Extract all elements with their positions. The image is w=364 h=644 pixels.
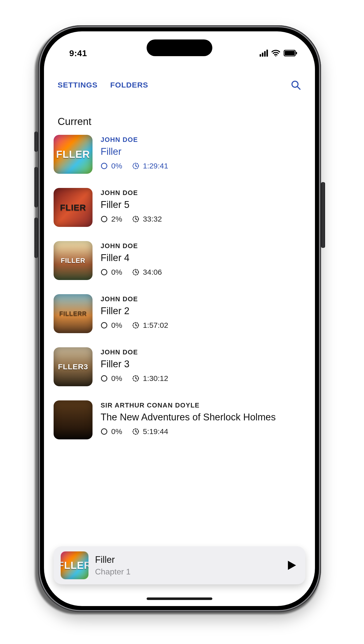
book-row[interactable]: FILLERJOHN DOEFiller 40%34:06 — [54, 241, 305, 280]
progress-stat: 2% — [101, 215, 122, 223]
wifi-icon — [271, 50, 280, 56]
book-meta: JOHN DOEFiller 20%1:57:02 — [101, 294, 168, 330]
now-playing-bar[interactable]: FLLER Filler Chapter 1 — [54, 546, 305, 584]
book-stats: 0%1:57:02 — [101, 321, 168, 330]
book-stats: 0%5:19:44 — [101, 427, 276, 436]
svg-line-5 — [298, 87, 300, 89]
duration-value: 1:29:41 — [143, 162, 168, 170]
now-playing-subtitle: Chapter 1 — [95, 567, 278, 576]
book-row[interactable]: FILLERRJOHN DOEFiller 20%1:57:02 — [54, 294, 305, 333]
book-meta: SIR ARTHUR CONAN DOYLEThe New Adventures… — [101, 400, 276, 436]
svg-point-6 — [101, 163, 107, 169]
duration-value: 1:30:12 — [143, 374, 168, 383]
progress-stat: 0% — [101, 162, 122, 170]
search-icon — [291, 80, 301, 90]
book-cover: FLIER — [54, 188, 93, 227]
book-meta: JOHN DOEFiller0%1:29:41 — [101, 135, 168, 170]
book-cover: FILLER — [54, 241, 93, 280]
mute-switch[interactable] — [34, 132, 38, 152]
section-title: Current — [44, 98, 315, 132]
svg-point-16 — [101, 429, 107, 434]
book-row[interactable]: FLLERJOHN DOEFiller0%1:29:41 — [54, 135, 305, 174]
book-meta: JOHN DOEFiller 52%33:32 — [101, 188, 162, 223]
dynamic-island — [147, 39, 212, 56]
svg-point-14 — [101, 376, 107, 381]
play-icon — [286, 560, 297, 571]
duration-stat: 1:30:12 — [132, 374, 168, 383]
book-author: JOHN DOE — [101, 136, 168, 144]
progress-value: 0% — [111, 374, 122, 383]
book-author: SIR ARTHUR CONAN DOYLE — [101, 401, 276, 409]
top-nav: SETTINGS FOLDERS — [44, 69, 315, 98]
duration-stat: 1:29:41 — [132, 162, 168, 170]
now-playing-cover: FLLER — [61, 551, 88, 579]
book-title: Filler 3 — [101, 359, 168, 370]
book-cover: FLLER3 — [54, 347, 93, 386]
svg-rect-3 — [296, 52, 297, 54]
power-button[interactable] — [321, 182, 325, 248]
settings-link[interactable]: SETTINGS — [58, 81, 98, 89]
book-row[interactable]: FLLER3JOHN DOEFiller 30%1:30:12 — [54, 347, 305, 386]
duration-value: 5:19:44 — [143, 427, 168, 436]
progress-stat: 0% — [101, 374, 122, 383]
book-title: Filler 4 — [101, 252, 162, 263]
progress-value: 0% — [111, 427, 122, 436]
book-author: JOHN DOE — [101, 189, 162, 197]
book-author: JOHN DOE — [101, 348, 168, 356]
svg-rect-2 — [285, 51, 295, 55]
folders-link[interactable]: FOLDERS — [110, 81, 148, 89]
book-author: JOHN DOE — [101, 242, 162, 250]
progress-value: 0% — [111, 162, 122, 170]
now-playing-title: Filler — [95, 554, 278, 565]
duration-value: 1:57:02 — [143, 321, 168, 330]
battery-icon — [284, 50, 297, 56]
book-meta: JOHN DOEFiller 40%34:06 — [101, 241, 162, 276]
svg-point-8 — [101, 216, 107, 222]
volume-up-button[interactable] — [34, 167, 38, 207]
status-time: 9:41 — [69, 48, 87, 58]
progress-value: 2% — [111, 215, 122, 223]
book-author: JOHN DOE — [101, 295, 168, 303]
book-title: Filler 2 — [101, 306, 168, 316]
cellular-signal-icon — [259, 50, 268, 57]
home-indicator[interactable] — [147, 597, 212, 600]
duration-stat: 1:57:02 — [132, 321, 168, 330]
screen: 9:41 — [44, 31, 315, 606]
progress-stat: 0% — [101, 427, 122, 436]
progress-value: 0% — [111, 321, 122, 330]
book-list: FLLERJOHN DOEFiller0%1:29:41FLIERJOHN DO… — [44, 132, 315, 442]
book-title: Filler — [101, 146, 168, 157]
svg-point-10 — [101, 269, 107, 275]
book-meta: JOHN DOEFiller 30%1:30:12 — [101, 347, 168, 383]
duration-stat: 5:19:44 — [132, 427, 168, 436]
svg-marker-18 — [288, 561, 296, 570]
svg-point-4 — [292, 81, 298, 87]
svg-point-0 — [275, 55, 276, 56]
book-stats: 0%1:29:41 — [101, 162, 168, 170]
duration-stat: 34:06 — [132, 268, 162, 276]
search-button[interactable] — [290, 79, 301, 91]
play-button[interactable] — [285, 559, 298, 572]
book-stats: 0%34:06 — [101, 268, 162, 276]
book-cover: FILLERR — [54, 294, 93, 333]
book-title: Filler 5 — [101, 199, 162, 210]
book-row[interactable]: SIR ARTHUR CONAN DOYLEThe New Adventures… — [54, 400, 305, 439]
book-title: The New Adventures of Sherlock Holmes — [101, 412, 276, 423]
book-cover — [54, 400, 93, 439]
duration-stat: 33:32 — [132, 215, 162, 223]
duration-value: 34:06 — [143, 268, 162, 276]
volume-down-button[interactable] — [34, 218, 38, 258]
device-frame: 9:41 — [38, 25, 321, 612]
progress-stat: 0% — [101, 268, 122, 276]
duration-value: 33:32 — [143, 215, 162, 223]
book-stats: 0%1:30:12 — [101, 374, 168, 383]
book-cover: FLLER — [54, 135, 93, 174]
book-stats: 2%33:32 — [101, 215, 162, 223]
progress-stat: 0% — [101, 321, 122, 330]
progress-value: 0% — [111, 268, 122, 276]
book-row[interactable]: FLIERJOHN DOEFiller 52%33:32 — [54, 188, 305, 227]
svg-point-12 — [101, 323, 107, 328]
